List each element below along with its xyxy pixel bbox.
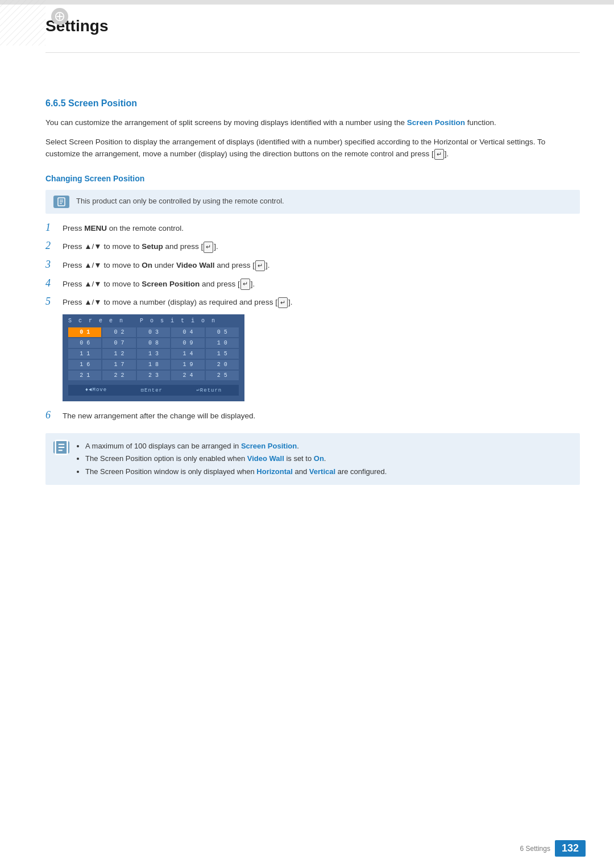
intro-paragraph-2: Select Screen Position to display the ar… <box>45 136 580 160</box>
step-4: 4 Press ▲/▼ to move to Screen Position a… <box>45 277 580 290</box>
top-circle-icon <box>51 8 68 25</box>
on-highlight: On <box>314 454 324 463</box>
diagonal-pattern <box>0 0 45 45</box>
step-1-number: 1 <box>45 222 63 234</box>
enter-key-icon-4: ↵ <box>240 279 250 290</box>
notes-box: A maximum of 100 displays can be arrange… <box>45 433 580 484</box>
notes-list-content: A maximum of 100 displays can be arrange… <box>76 440 387 477</box>
sp-cell-16: 1 6 <box>68 360 101 369</box>
screen-position-widget: S c r e e n P o s i t i o n 0 1 0 2 0 3 … <box>63 314 244 401</box>
note-icon <box>53 196 69 208</box>
sp-cell-22: 2 2 <box>102 371 135 380</box>
step-6: 6 The new arrangement after the change w… <box>45 409 580 422</box>
step-2: 2 Press ▲/▼ to move to Setup and press [… <box>45 240 580 253</box>
sp-cell-15: 1 5 <box>206 349 239 359</box>
footer-page-number: 132 <box>555 840 586 857</box>
step-1: 1 Press MENU on the remote control. <box>45 222 580 235</box>
step-1-text: Press MENU on the remote control. <box>63 222 184 235</box>
step-4-text: Press ▲/▼ to move to Screen Position and… <box>63 278 255 290</box>
screen-position-highlight-2: Screen Position <box>241 442 297 450</box>
step-5: 5 Press ▲/▼ to move a number (display) a… <box>45 296 580 309</box>
sp-cell-08: 0 8 <box>137 338 170 348</box>
enter-key-icon-5: ↵ <box>278 297 288 309</box>
sp-cell-10: 1 0 <box>206 338 239 348</box>
sp-cell-12: 1 2 <box>102 349 135 359</box>
sp-footer: ♦◄Move ⊡Enter ↩Return <box>68 385 239 396</box>
sp-cell-07: 0 7 <box>102 338 135 348</box>
sp-title: S c r e e n P o s i t i o n <box>68 318 239 324</box>
sp-cell-25: 2 5 <box>206 371 239 380</box>
note-box: This product can only be controlled by u… <box>45 190 580 214</box>
note-text: This product can only be controlled by u… <box>76 196 284 207</box>
sp-cell-05: 0 5 <box>206 327 239 337</box>
sp-cell-17: 1 7 <box>102 360 135 369</box>
vertical-highlight: Vertical <box>309 467 335 476</box>
sp-footer-move: ♦◄Move <box>85 387 107 393</box>
step-3-text: Press ▲/▼ to move to On under Video Wall… <box>63 259 270 272</box>
sp-footer-return: ↩Return <box>196 387 222 393</box>
enter-key-icon-2: ↵ <box>204 242 213 253</box>
step-6-number: 6 <box>45 409 63 421</box>
page-footer: 6 Settings 132 <box>520 840 586 857</box>
sp-cell-04: 0 4 <box>171 327 204 337</box>
sp-cell-11: 1 1 <box>68 349 101 359</box>
svg-rect-1 <box>0 0 45 45</box>
step-4-number: 4 <box>45 277 63 289</box>
sp-cell-01: 0 1 <box>68 327 101 337</box>
sp-cell-09: 0 9 <box>171 338 204 348</box>
sp-grid: 0 1 0 2 0 3 0 4 0 5 0 6 0 7 0 8 0 9 1 0 … <box>68 327 239 380</box>
sp-footer-enter: ⊡Enter <box>141 387 163 393</box>
sp-cell-19: 1 9 <box>171 360 204 369</box>
enter-key-icon-1: ↵ <box>434 149 444 160</box>
sp-cell-24: 2 4 <box>171 371 204 380</box>
step-3-number: 3 <box>45 259 63 271</box>
screen-position-highlight-1: Screen Position <box>407 118 465 127</box>
note-item-2: The Screen Position option is only enabl… <box>85 452 387 465</box>
step-2-text: Press ▲/▼ to move to Setup and press [↵]… <box>63 240 218 253</box>
sp-cell-14: 1 4 <box>171 349 204 359</box>
sp-cell-06: 0 6 <box>68 338 101 348</box>
step-2-number: 2 <box>45 240 63 252</box>
sp-cell-18: 1 8 <box>137 360 170 369</box>
step-3: 3 Press ▲/▼ to move to On under Video Wa… <box>45 259 580 272</box>
main-content: Settings 6.6.5 Screen Position You can c… <box>45 0 580 485</box>
title-divider <box>45 52 580 53</box>
footer-section-label: 6 Settings <box>520 845 550 853</box>
sp-cell-21: 2 1 <box>68 371 101 380</box>
sp-cell-13: 1 3 <box>137 349 170 359</box>
intro-paragraph-1: You can customize the arrangement of spl… <box>45 117 580 129</box>
sp-cell-20: 2 0 <box>206 360 239 369</box>
step-5-text: Press ▲/▼ to move a number (display) as … <box>63 296 292 309</box>
section-heading: 6.6.5 Screen Position <box>45 98 580 109</box>
page-title: Settings <box>45 11 580 52</box>
step-6-text: The new arrangement after the change wil… <box>63 410 255 422</box>
step-5-number: 5 <box>45 296 63 308</box>
sp-cell-02: 0 2 <box>102 327 135 337</box>
note-item-3: The Screen Position window is only displ… <box>85 466 387 478</box>
sp-cell-23: 2 3 <box>137 371 170 380</box>
notes-icon <box>53 441 69 454</box>
note-item-1: A maximum of 100 displays can be arrange… <box>85 440 387 452</box>
enter-key-icon-3: ↵ <box>255 260 265 272</box>
horizontal-highlight: Horizontal <box>256 467 293 476</box>
sp-cell-03: 0 3 <box>137 327 170 337</box>
video-wall-highlight: Video Wall <box>247 454 284 463</box>
top-stripe <box>0 0 614 5</box>
sub-heading-changing: Changing Screen Position <box>45 174 580 183</box>
